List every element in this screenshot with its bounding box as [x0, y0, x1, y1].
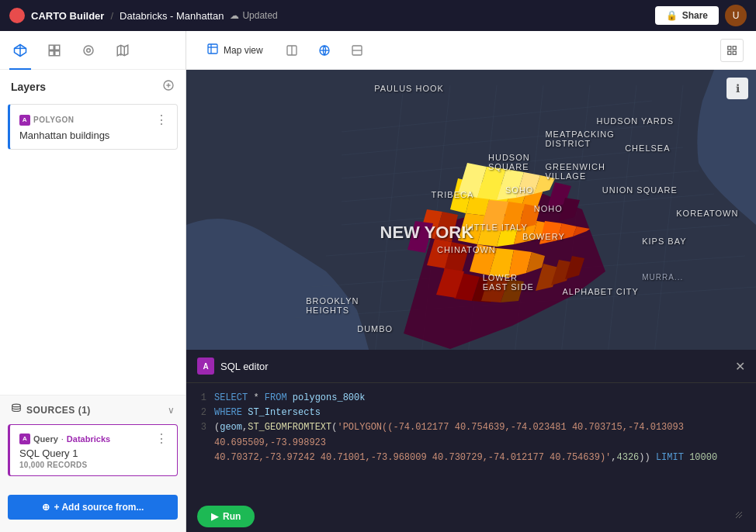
lock-icon: 🔒 — [666, 10, 678, 21]
share-button[interactable]: 🔒 Share — [655, 6, 719, 25]
map-toolbar: Map view — [186, 31, 756, 70]
split-view-button[interactable] — [280, 39, 303, 62]
map-view-icon — [206, 43, 219, 57]
add-source-button[interactable]: ⊕ + Add source from... — [8, 495, 178, 520]
sql-editor-footer: ▶ Run — [186, 499, 756, 532]
svg-rect-6 — [55, 50, 60, 55]
svg-line-87 — [736, 512, 739, 515]
avatar[interactable]: U — [725, 5, 747, 26]
app-logo — [9, 8, 25, 23]
layer-type-icon: A — [19, 115, 30, 126]
layer-type-badge: A POLYGON — [19, 115, 75, 126]
tab-filters[interactable] — [78, 40, 99, 61]
sql-line-4: 4 40.70372,-73.97242 40.71001,-73.968009… — [197, 451, 745, 465]
run-button[interactable]: ▶ Run — [197, 506, 255, 527]
add-source-label: + Add source from... — [54, 502, 144, 513]
source-type-icon: A — [19, 434, 30, 444]
tab-widgets[interactable] — [43, 40, 65, 61]
tab-layers[interactable] — [9, 40, 31, 61]
share-label: Share — [682, 10, 708, 21]
map-view-button[interactable]: Map view — [199, 39, 271, 61]
app-header: CARTO Builder / Databricks - Manhattan ☁… — [0, 0, 756, 31]
svg-rect-24 — [728, 46, 731, 49]
layer-name: Manhattan buildings — [19, 130, 168, 141]
layers-header: Layers — [0, 70, 186, 104]
svg-rect-15 — [208, 44, 217, 54]
svg-rect-4 — [55, 45, 60, 50]
add-source-icon: ⊕ — [42, 502, 50, 513]
source-db-label: Databricks — [67, 434, 110, 444]
sql-resize-icon[interactable] — [733, 509, 745, 524]
svg-line-85 — [736, 512, 742, 518]
main-layout: Layers A POLYGON ⋮ — [0, 31, 756, 532]
source-records: 10,000 RECORDS — [19, 461, 168, 469]
layers-section: Layers A POLYGON ⋮ — [0, 70, 186, 395]
sql-editor-header: A SQL editor ✕ — [186, 350, 756, 383]
layers-title: Layers — [11, 81, 46, 93]
layer-type-label: POLYGON — [33, 116, 75, 124]
svg-point-8 — [87, 48, 91, 52]
svg-rect-3 — [49, 45, 54, 50]
header-separator: / — [110, 10, 113, 22]
sources-title: SOURCES (1) — [26, 405, 91, 416]
layer-menu-icon[interactable]: ⋮ — [155, 112, 168, 127]
svg-rect-5 — [49, 50, 54, 55]
map-view-label: Map view — [224, 45, 263, 56]
run-icon: ▶ — [211, 511, 218, 522]
sources-header[interactable]: SOURCES (1) ∨ — [0, 396, 186, 424]
sql-line-2: 2 WHERE ST_Intersects — [197, 406, 745, 420]
sql-line-3: 3 (geom,ST_GEOMFROMTEXT('POLYGON((-74.01… — [197, 420, 745, 450]
sql-editor-layer-icon: A — [197, 358, 214, 375]
map-area: Map view — [186, 31, 756, 532]
sql-editor-close-button[interactable]: ✕ — [735, 359, 745, 374]
svg-rect-27 — [733, 51, 736, 54]
globe-view-button[interactable] — [313, 39, 336, 62]
add-layer-icon[interactable] — [162, 79, 175, 95]
run-label: Run — [223, 511, 241, 522]
cloud-icon: ☁ Updated — [230, 10, 277, 21]
sql-editor-title: SQL editor — [220, 361, 735, 372]
dual-view-button[interactable] — [345, 39, 369, 62]
sql-line-1: 1 SELECT * FROM polygons_800k — [197, 391, 745, 406]
svg-point-14 — [12, 404, 21, 407]
save-status: Updated — [242, 10, 277, 21]
svg-rect-26 — [728, 51, 731, 54]
source-menu-icon[interactable]: ⋮ — [155, 431, 168, 446]
tab-basemap[interactable] — [112, 40, 134, 61]
source-query-label: Query — [33, 434, 58, 444]
svg-point-7 — [84, 46, 93, 55]
layer-card-0[interactable]: A POLYGON ⋮ Manhattan buildings — [8, 104, 178, 150]
sql-editor-panel: A SQL editor ✕ 1 SELECT * FROM polygons_… — [186, 350, 756, 532]
left-sidebar: Layers A POLYGON ⋮ — [0, 31, 186, 532]
sources-icon — [11, 403, 22, 416]
sidebar-tab-bar — [0, 31, 186, 70]
source-name: SQL Query 1 — [19, 447, 168, 459]
svg-line-86 — [739, 515, 742, 518]
project-name: Databricks - Manhattan — [120, 10, 224, 22]
sources-chevron: ∨ — [168, 405, 175, 416]
svg-rect-25 — [733, 46, 736, 49]
sql-code-area[interactable]: 1 SELECT * FROM polygons_800k 2 WHERE ST… — [186, 383, 756, 499]
map-type-button[interactable] — [720, 39, 744, 62]
source-card-0[interactable]: A Query · Databricks ⋮ SQL Query 1 10,00… — [8, 424, 178, 476]
sources-section: SOURCES (1) ∨ A Query · Databricks ⋮ SQL… — [0, 395, 186, 484]
map-info-button[interactable]: ℹ — [727, 78, 748, 99]
app-name: CARTO Builder — [31, 10, 104, 22]
